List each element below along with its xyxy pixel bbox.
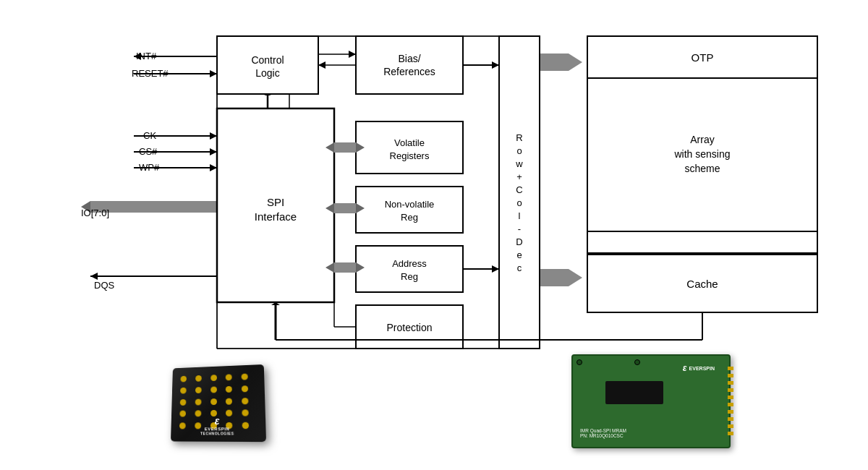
svg-text:WP#: WP# [139,162,160,173]
svg-rect-49 [334,203,356,213]
svg-text:o: o [516,197,522,208]
svg-text:Address: Address [392,258,427,269]
svg-text:CS#: CS# [139,146,158,157]
svg-rect-55 [334,262,356,273]
chip-image-left: ε EVERSPIN TECHNOLOGIES [145,354,289,456]
svg-marker-21 [90,273,98,280]
svg-text:CK: CK [143,130,156,141]
svg-marker-87 [569,269,582,286]
svg-text:scheme: scheme [684,163,720,174]
svg-marker-85 [569,54,582,71]
svg-text:with sensing: with sensing [673,148,730,160]
svg-text:References: References [383,66,435,77]
svg-text:Control: Control [251,54,284,66]
chip-image-right: ε EVERSPIN IMR Quad-SPI MRAM PN: MR10Q01… [579,354,723,456]
svg-text:D: D [516,236,522,247]
svg-rect-86 [540,269,569,286]
svg-text:Cache: Cache [686,278,718,290]
svg-text:+: + [516,171,522,182]
svg-text:DQS: DQS [94,280,115,291]
block-diagram: INT# RESET# CK CS# WP# IO[7:0] DQS Contr… [22,14,846,347]
svg-text:-: - [518,223,521,234]
svg-text:Array: Array [690,134,714,145]
svg-text:R: R [516,132,522,143]
svg-marker-34 [318,61,326,69]
svg-rect-52 [356,246,463,292]
svg-rect-43 [334,142,356,153]
svg-rect-46 [356,187,463,233]
svg-text:e: e [516,249,522,260]
svg-text:Interface: Interface [255,210,297,223]
svg-text:Reg: Reg [401,271,418,282]
svg-text:c: c [517,262,522,273]
svg-text:SPI: SPI [267,196,284,208]
svg-rect-16 [90,201,217,213]
svg-text:o: o [516,145,522,156]
diagram-svg: INT# RESET# CK CS# WP# IO[7:0] DQS Contr… [22,14,846,347]
svg-text:Protection: Protection [386,322,432,333]
svg-marker-32 [349,51,356,58]
svg-text:RESET#: RESET# [132,68,169,79]
svg-text:OTP: OTP [692,51,714,64]
svg-text:IO[7:0]: IO[7:0] [81,208,109,218]
svg-text:Non-volatile: Non-volatile [385,199,435,210]
svg-marker-14 [210,164,217,171]
svg-rect-84 [540,54,569,71]
svg-text:INT#: INT# [136,51,157,61]
svg-text:Registers: Registers [390,150,430,161]
svg-rect-26 [356,36,463,94]
svg-text:Volatile: Volatile [394,137,425,148]
svg-text:l: l [519,210,521,221]
svg-text:Bias/: Bias/ [398,53,420,64]
svg-marker-11 [210,148,217,155]
svg-marker-30 [492,61,499,69]
svg-marker-5 [210,70,217,77]
bottom-section: ε EVERSPIN TECHNOLOGIES ε EVERSPIN [0,340,868,470]
svg-text:Logic: Logic [255,67,279,79]
svg-marker-59 [492,265,499,273]
svg-marker-8 [210,132,217,140]
svg-text:Reg: Reg [401,212,418,223]
svg-text:C: C [516,184,522,195]
svg-text:w: w [515,158,523,169]
